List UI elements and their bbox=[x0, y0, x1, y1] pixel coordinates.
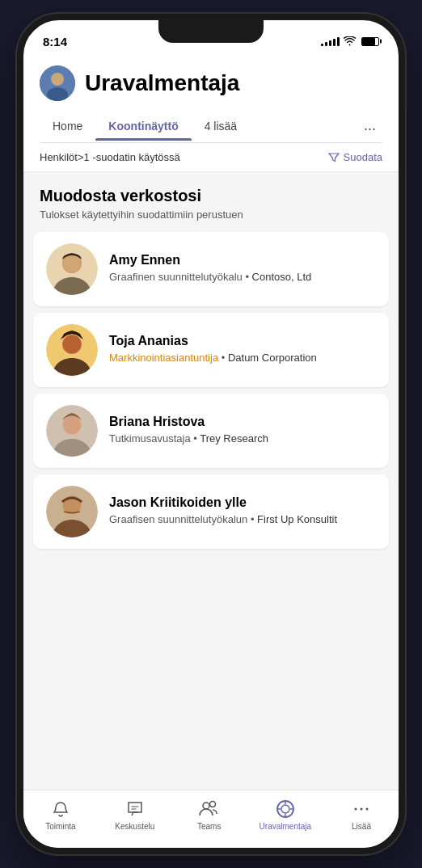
tab-koontinaytto[interactable]: Koontinäyttö bbox=[95, 112, 191, 141]
signal-icon bbox=[321, 36, 340, 46]
person-info-amy: Amy Ennen Graafinen suunnittelutyökalu •… bbox=[109, 253, 376, 284]
app-avatar bbox=[40, 65, 75, 101]
person-info-toja: Toja Ananias Markkinointiasiantuntija • … bbox=[109, 334, 376, 365]
nav-lisaa-label: Lisää bbox=[352, 822, 371, 831]
person-name-toja: Toja Ananias bbox=[109, 334, 376, 348]
person-info-jason: Jason Kriitikoiden ylle Graafisen suunni… bbox=[109, 495, 376, 527]
person-card-jason[interactable]: Jason Kriitikoiden ylle Graafisen suunni… bbox=[33, 474, 389, 549]
avatar-toja bbox=[46, 324, 98, 376]
person-detail-jason: Graafisen suunnittelutyökalun • First Up… bbox=[109, 512, 376, 527]
teams-icon bbox=[199, 798, 220, 820]
bottom-nav: Toiminta Keskustelu Teams bbox=[23, 790, 399, 848]
person-name-briana: Briana Hristova bbox=[109, 415, 376, 429]
nav-keskustelu-label: Keskustelu bbox=[115, 822, 154, 831]
filter-icon bbox=[328, 152, 340, 163]
person-detail-toja: Markkinointiasiantuntija • Datum Corpora… bbox=[109, 351, 376, 365]
nav-teams-label: Teams bbox=[197, 822, 221, 831]
nav-keskustelu[interactable]: Keskustelu bbox=[111, 798, 159, 831]
filter-button-label: Suodata bbox=[344, 151, 382, 163]
nav-uravalmentaja-label: Uravalmentaja bbox=[260, 822, 311, 831]
section-subtitle: Tulokset käytettyihin suodattimiin perus… bbox=[40, 209, 382, 221]
person-detail-briana: Tutkimusavustaja • Trey Research bbox=[109, 432, 376, 446]
avatar-amy bbox=[46, 243, 98, 295]
svg-point-15 bbox=[209, 801, 215, 807]
tab-home[interactable]: Home bbox=[40, 112, 95, 141]
svg-point-20 bbox=[360, 807, 362, 810]
content-area: Uravalmentaja Home Koontinäyttö 4 lisää … bbox=[23, 56, 399, 790]
app-title-row: Uravalmentaja bbox=[40, 65, 382, 101]
filter-text: Henkilöt>1 -suodatin käytössä bbox=[40, 151, 180, 163]
svg-point-16 bbox=[203, 803, 209, 809]
svg-point-11 bbox=[63, 416, 81, 434]
tabs-bar: Home Koontinäyttö 4 lisää ... bbox=[40, 109, 382, 143]
person-name-amy: Amy Ennen bbox=[109, 253, 376, 268]
person-card-toja[interactable]: Toja Ananias Markkinointiasiantuntija • … bbox=[33, 313, 389, 387]
person-name-jason: Jason Kriitikoiden ylle bbox=[109, 495, 376, 510]
filter-bar: Henkilöt>1 -suodatin käytössä Suodata bbox=[23, 143, 399, 172]
nav-toiminta-label: Toiminta bbox=[45, 822, 75, 831]
page-title: Uravalmentaja bbox=[85, 70, 239, 96]
svg-point-19 bbox=[354, 807, 357, 810]
tab-more-button[interactable]: ... bbox=[357, 109, 382, 142]
status-icons bbox=[321, 36, 379, 46]
nav-uravalmentaja[interactable]: Uravalmentaja bbox=[260, 798, 311, 831]
tab-4lisaa[interactable]: 4 lisää bbox=[192, 112, 250, 141]
svg-point-1 bbox=[51, 73, 64, 86]
person-card-amy[interactable]: Amy Ennen Graafinen suunnittelutyökalu •… bbox=[33, 232, 389, 306]
section-header: Muodosta verkostosi Tulokset käytettyihi… bbox=[23, 172, 399, 232]
chat-icon bbox=[124, 798, 146, 820]
svg-point-21 bbox=[365, 807, 368, 810]
avatar-jason bbox=[46, 486, 98, 537]
nav-toiminta[interactable]: Toiminta bbox=[36, 798, 85, 831]
wifi-icon bbox=[344, 36, 356, 46]
avatar-briana bbox=[46, 405, 98, 457]
phone-frame: 8:14 bbox=[17, 14, 405, 854]
nav-teams[interactable]: Teams bbox=[185, 798, 234, 831]
career-icon bbox=[275, 798, 296, 820]
status-time: 8:14 bbox=[43, 35, 67, 48]
people-list: Amy Ennen Graafinen suunnittelutyökalu •… bbox=[23, 232, 399, 558]
app-header: Uravalmentaja Home Koontinäyttö 4 lisää … bbox=[23, 56, 399, 143]
notch bbox=[158, 20, 264, 43]
more-icon bbox=[351, 798, 372, 820]
svg-point-8 bbox=[63, 335, 81, 353]
filter-button[interactable]: Suodata bbox=[328, 151, 382, 163]
battery-icon bbox=[361, 37, 379, 46]
svg-point-18 bbox=[281, 805, 289, 813]
bell-icon bbox=[50, 798, 71, 820]
section-title: Muodosta verkostosi bbox=[40, 187, 382, 205]
person-detail-amy: Graafinen suunnittelutyökalu • Contoso, … bbox=[109, 270, 376, 284]
nav-lisaa[interactable]: Lisää bbox=[337, 798, 386, 831]
person-info-briana: Briana Hristova Tutkimusavustaja • Trey … bbox=[109, 415, 376, 446]
person-card-briana[interactable]: Briana Hristova Tutkimusavustaja • Trey … bbox=[33, 394, 389, 468]
svg-point-5 bbox=[63, 255, 81, 272]
